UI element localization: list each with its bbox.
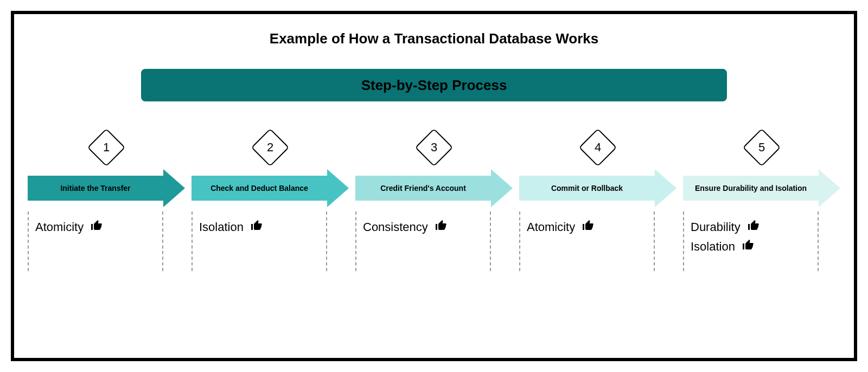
property-text: Consistency: [363, 220, 428, 234]
step-number-diamond: 1: [87, 129, 126, 167]
step-properties: Isolation: [192, 211, 327, 271]
step-properties: Consistency: [355, 211, 491, 271]
property-text: Atomicity: [35, 220, 84, 234]
step-arrow: Credit Friend's Account: [355, 169, 513, 207]
thumbs-up-icon: [90, 219, 103, 235]
arrow-head-icon: [163, 169, 185, 207]
arrow-head-icon: [819, 169, 840, 207]
steps-row: 1 Initiate the Transfer Atomicity 2 Chec…: [14, 134, 854, 271]
property-text: Isolation: [691, 240, 735, 254]
step-label: Commit or Rollback: [519, 176, 655, 201]
step-label: Credit Friend's Account: [355, 176, 491, 201]
step-arrow: Ensure Durability and Isolation: [683, 169, 840, 207]
property-line: Atomicity: [527, 219, 647, 235]
step-number-diamond: 5: [743, 129, 781, 167]
property-line: Durability: [691, 219, 811, 235]
step-arrow: Commit or Rollback: [519, 169, 676, 207]
diagram-title: Example of How a Transactional Database …: [14, 30, 854, 47]
arrow-head-icon: [327, 169, 349, 207]
step-label: Check and Deduct Balance: [192, 176, 327, 201]
step-5: 5 Ensure Durability and Isolation Durabi…: [683, 134, 840, 271]
step-arrow: Check and Deduct Balance: [192, 169, 349, 207]
thumbs-up-icon: [250, 219, 263, 235]
step-arrow: Initiate the Transfer: [28, 169, 185, 207]
property-text: Durability: [691, 220, 741, 234]
step-properties: Atomicity: [519, 211, 655, 271]
property-line: Isolation: [199, 219, 320, 235]
step-number: 2: [267, 140, 273, 155]
property-text: Atomicity: [527, 220, 575, 234]
arrow-head-icon: [655, 169, 676, 207]
step-4: 4 Commit or Rollback Atomicity: [519, 134, 676, 271]
step-3: 3 Credit Friend's Account Consistency: [355, 134, 513, 271]
property-text: Isolation: [199, 220, 244, 234]
property-line: Atomicity: [35, 219, 156, 235]
thumbs-up-icon: [582, 219, 595, 235]
thumbs-up-icon: [747, 219, 760, 235]
step-label: Ensure Durability and Isolation: [683, 176, 819, 201]
step-1: 1 Initiate the Transfer Atomicity: [28, 134, 185, 271]
step-properties: Durability Isolation: [683, 211, 819, 271]
step-number-diamond: 2: [251, 129, 290, 167]
process-banner: Step-by-Step Process: [141, 69, 727, 101]
step-properties: Atomicity: [28, 211, 163, 271]
thumbs-up-icon: [742, 239, 755, 255]
thumbs-up-icon: [435, 219, 448, 235]
step-number: 4: [595, 140, 601, 155]
step-number-diamond: 4: [579, 129, 617, 167]
step-label: Initiate the Transfer: [28, 176, 163, 201]
step-number: 3: [431, 140, 437, 155]
step-number: 5: [758, 140, 765, 155]
property-line: Isolation: [691, 239, 811, 255]
step-number: 1: [103, 140, 110, 155]
property-line: Consistency: [363, 219, 483, 235]
step-2: 2 Check and Deduct Balance Isolation: [192, 134, 349, 271]
arrow-head-icon: [491, 169, 513, 207]
diagram-frame: Example of How a Transactional Database …: [11, 11, 857, 361]
step-number-diamond: 3: [415, 129, 454, 167]
